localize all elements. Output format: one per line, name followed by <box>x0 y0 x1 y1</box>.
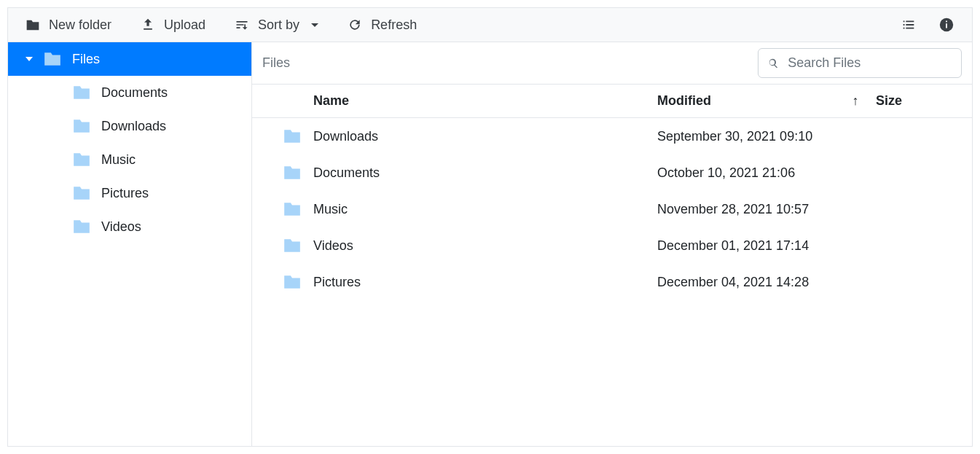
breadcrumb[interactable]: Files <box>262 55 746 71</box>
folder-icon <box>283 165 302 181</box>
list-icon <box>901 17 917 33</box>
sort-by-button[interactable]: Sort by <box>235 17 318 33</box>
cell-name: Pictures <box>307 264 651 300</box>
tree-item-pictures[interactable]: Pictures <box>8 176 251 210</box>
refresh-button[interactable]: Refresh <box>348 17 417 33</box>
refresh-icon <box>348 17 362 32</box>
svg-rect-1 <box>946 23 947 28</box>
sidebar: Files Documents Downloads Music Pictures… <box>8 42 252 446</box>
search-input[interactable] <box>786 55 952 71</box>
svg-rect-2 <box>946 21 947 23</box>
chevron-down-icon <box>311 23 318 27</box>
sort-icon <box>235 17 249 32</box>
cell-modified: December 04, 2021 14:28 <box>651 264 841 300</box>
new-folder-label: New folder <box>49 17 111 33</box>
cell-modified: September 30, 2021 09:10 <box>651 118 841 155</box>
column-name[interactable]: Name <box>307 85 651 118</box>
folder-icon <box>72 118 91 134</box>
sort-indicator[interactable]: ↑ <box>841 85 870 118</box>
folder-icon <box>283 238 302 254</box>
tree-item-label: Music <box>101 152 136 168</box>
tree-item-label: Pictures <box>101 186 149 201</box>
cell-name: Downloads <box>307 118 651 155</box>
folder-icon <box>283 274 302 290</box>
folder-icon <box>72 219 91 235</box>
tree-item-music[interactable]: Music <box>8 143 251 176</box>
refresh-label: Refresh <box>371 17 417 33</box>
tree-root-label: Files <box>72 52 100 67</box>
cell-size <box>870 191 972 227</box>
new-folder-button[interactable]: New folder <box>26 17 111 33</box>
cell-modified: December 01, 2021 17:14 <box>651 227 841 264</box>
main-header: Files <box>252 42 972 85</box>
tree-root-files[interactable]: Files <box>8 42 251 76</box>
upload-icon <box>141 17 155 32</box>
folder-icon <box>43 51 62 67</box>
table-row[interactable]: Music November 28, 2021 10:57 <box>252 191 972 227</box>
sort-by-label: Sort by <box>258 17 299 33</box>
tree-item-label: Videos <box>101 219 141 235</box>
tree-item-downloads[interactable]: Downloads <box>8 109 251 143</box>
upload-label: Upload <box>164 17 205 33</box>
cell-size <box>870 227 972 264</box>
search-icon <box>767 57 779 70</box>
arrow-up-icon: ↑ <box>852 93 859 108</box>
main-panel: Files Name Modified ↑ Size <box>252 42 972 446</box>
table-row[interactable]: Videos December 01, 2021 17:14 <box>252 227 972 264</box>
table-row[interactable]: Documents October 10, 2021 21:06 <box>252 154 972 191</box>
file-table: Name Modified ↑ Size Downloads September… <box>252 85 972 300</box>
info-button[interactable] <box>938 17 954 33</box>
cell-name: Documents <box>307 154 651 191</box>
cell-modified: October 10, 2021 21:06 <box>651 154 841 191</box>
column-modified[interactable]: Modified <box>651 85 841 118</box>
info-icon <box>938 17 954 33</box>
folder-icon <box>72 185 91 201</box>
folder-icon <box>72 152 91 168</box>
upload-button[interactable]: Upload <box>141 17 205 33</box>
file-manager: New folder Upload Sort by Refresh <box>7 7 973 447</box>
tree-item-label: Documents <box>101 85 168 101</box>
cell-size <box>870 154 972 191</box>
toolbar: New folder Upload Sort by Refresh <box>8 8 972 42</box>
folder-icon <box>72 85 91 101</box>
caret-down-icon <box>26 57 33 61</box>
cell-size <box>870 264 972 300</box>
folder-icon <box>283 201 302 217</box>
table-row[interactable]: Downloads September 30, 2021 09:10 <box>252 118 972 155</box>
cell-name: Videos <box>307 227 651 264</box>
search-box[interactable] <box>758 48 962 78</box>
tree-item-label: Downloads <box>101 119 166 134</box>
cell-size <box>870 118 972 155</box>
view-list-button[interactable] <box>901 17 917 33</box>
tree-item-videos[interactable]: Videos <box>8 210 251 243</box>
table-row[interactable]: Pictures December 04, 2021 14:28 <box>252 264 972 300</box>
column-icon <box>252 85 307 118</box>
cell-modified: November 28, 2021 10:57 <box>651 191 841 227</box>
tree-item-documents[interactable]: Documents <box>8 76 251 109</box>
folder-solid-icon <box>26 19 40 31</box>
column-size[interactable]: Size <box>870 85 972 118</box>
cell-name: Music <box>307 191 651 227</box>
folder-icon <box>283 128 302 144</box>
